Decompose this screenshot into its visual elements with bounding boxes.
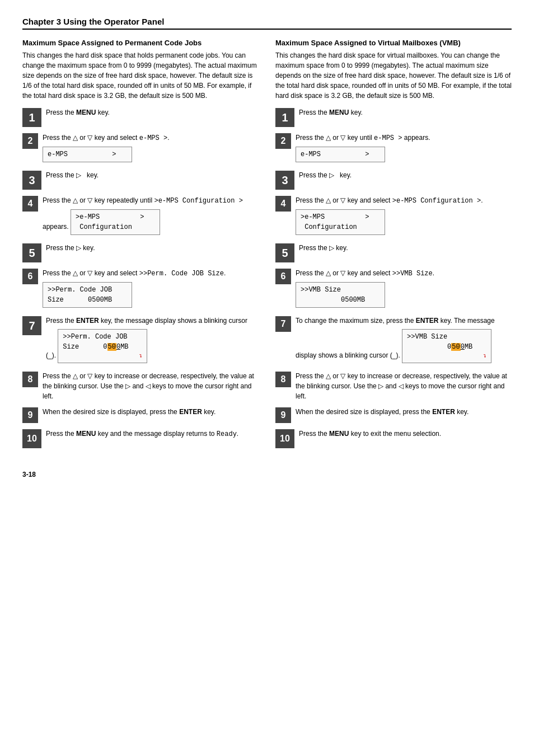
right-step-num-4: 4 [275, 196, 291, 212]
left-lcd-4: >e-MPS > Configuration [71, 209, 160, 235]
right-step-num-2: 2 [275, 133, 291, 149]
right-step-5: 5 Press the ▷ key. [275, 243, 512, 262]
right-lcd-4: >e-MPS > Configuration [296, 209, 385, 235]
left-step-content-7: Press the ENTER key, the message display… [46, 316, 259, 365]
right-lcd-2: e-MPS > [296, 147, 385, 162]
left-step-6: 6 Press the △ or ▽ key and select >>Perm… [22, 268, 259, 310]
right-section-desc: This changes the hard disk space for vir… [275, 50, 512, 101]
right-step-num-9: 9 [275, 407, 291, 423]
right-step-content-8: Press the △ or ▽ key to increase or decr… [296, 371, 512, 401]
right-step-content-10: Press the MENU key to exit the menu sele… [299, 429, 512, 439]
left-step-content-6: Press the △ or ▽ key and select >>Perm. … [43, 268, 259, 310]
left-step-num-3: 3 [22, 171, 41, 190]
right-section-title: Maximum Space Assigned to Virtual Mailbo… [275, 39, 512, 47]
right-step-content-3: Press the ▷ key. [299, 170, 512, 180]
left-step-9: 9 When the desired size is displayed, pr… [22, 407, 259, 423]
right-step-9: 9 When the desired size is displayed, pr… [275, 407, 512, 423]
left-lcd-6: >>Perm. Code JOB Size 0500MB [43, 282, 132, 308]
right-step-num-10: 10 [275, 429, 294, 448]
left-lcd-7: >>Perm. Code JOB Size 0500MB ↴ [58, 329, 147, 363]
left-step-5: 5 Press the ▷ key. [22, 243, 259, 262]
right-step-num-6: 6 [275, 269, 291, 284]
left-section: Maximum Space Assigned to Permanent Code… [22, 39, 259, 454]
left-section-title: Maximum Space Assigned to Permanent Code… [22, 39, 259, 47]
left-step-7: 7 Press the ENTER key, the message displ… [22, 316, 259, 365]
right-step-7: 7 To change the maximum size, press the … [275, 316, 512, 365]
right-step-1: 1 Press the MENU key. [275, 107, 512, 127]
left-step-3: 3 Press the ▷ key. [22, 170, 259, 190]
right-step-content-4: Press the △ or ▽ key and select >e-MPS C… [296, 195, 512, 237]
left-step-num-8: 8 [22, 372, 38, 387]
right-step-content-1: Press the MENU key. [299, 107, 512, 118]
left-step-8: 8 Press the △ or ▽ key to increase or de… [22, 371, 259, 401]
chapter-title: Chapter 3 Using the Operator Panel [22, 17, 512, 30]
left-step-content-10: Press the MENU key and the message displ… [46, 429, 259, 439]
left-step-10: 10 Press the MENU key and the message di… [22, 429, 259, 448]
right-step-content-5: Press the ▷ key. [299, 243, 512, 253]
left-step-4: 4 Press the △ or ▽ key repeatedly until … [22, 195, 259, 237]
left-step-num-10: 10 [22, 429, 41, 448]
left-step-content-4: Press the △ or ▽ key repeatedly until >e… [43, 195, 259, 237]
left-section-desc: This changes the hard disk space that ho… [22, 50, 259, 101]
page-number: 3-18 [22, 471, 512, 478]
left-step-num-5: 5 [22, 243, 41, 262]
right-step-3: 3 Press the ▷ key. [275, 170, 512, 190]
right-step-content-9: When the desired size is displayed, pres… [296, 407, 512, 417]
left-step-num-1: 1 [22, 108, 41, 127]
left-step-num-6: 6 [22, 269, 38, 284]
right-step-num-8: 8 [275, 372, 291, 387]
right-lcd-7: >>VMB Size 0500MB ↴ [402, 329, 491, 363]
left-step-num-4: 4 [22, 196, 38, 212]
left-step-1: 1 Press the MENU key. [22, 107, 259, 127]
left-step-content-8: Press the △ or ▽ key to increase or decr… [43, 371, 259, 401]
right-step-num-5: 5 [275, 243, 294, 262]
left-step-content-5: Press the ▷ key. [46, 243, 259, 253]
right-step-content-7: To change the maximum size, press the EN… [296, 316, 512, 365]
left-step-num-2: 2 [22, 133, 38, 149]
right-step-num-7: 7 [275, 316, 291, 332]
left-step-num-9: 9 [22, 407, 38, 423]
right-step-content-6: Press the △ or ▽ key and select >>VMB Si… [296, 268, 512, 310]
left-step-num-7: 7 [22, 316, 41, 335]
right-section: Maximum Space Assigned to Virtual Mailbo… [275, 39, 512, 454]
right-step-2: 2 Press the △ or ▽ key until e-MPS > app… [275, 133, 512, 165]
left-step-content-2: Press the △ or ▽ key and select e-MPS >.… [43, 133, 259, 165]
right-lcd-6: >>VMB Size 0500MB [296, 282, 385, 308]
right-step-10: 10 Press the MENU key to exit the menu s… [275, 429, 512, 448]
right-step-8: 8 Press the △ or ▽ key to increase or de… [275, 371, 512, 401]
left-step-2: 2 Press the △ or ▽ key and select e-MPS … [22, 133, 259, 165]
left-step-content-1: Press the MENU key. [46, 107, 259, 118]
right-step-num-3: 3 [275, 171, 294, 190]
right-step-4: 4 Press the △ or ▽ key and select >e-MPS… [275, 195, 512, 237]
right-step-content-2: Press the △ or ▽ key until e-MPS > appea… [296, 133, 512, 165]
left-step-content-3: Press the ▷ key. [46, 170, 259, 180]
left-step-content-9: When the desired size is displayed, pres… [43, 407, 259, 417]
right-step-num-1: 1 [275, 108, 294, 127]
right-step-6: 6 Press the △ or ▽ key and select >>VMB … [275, 268, 512, 310]
left-lcd-2: e-MPS > [43, 147, 132, 162]
